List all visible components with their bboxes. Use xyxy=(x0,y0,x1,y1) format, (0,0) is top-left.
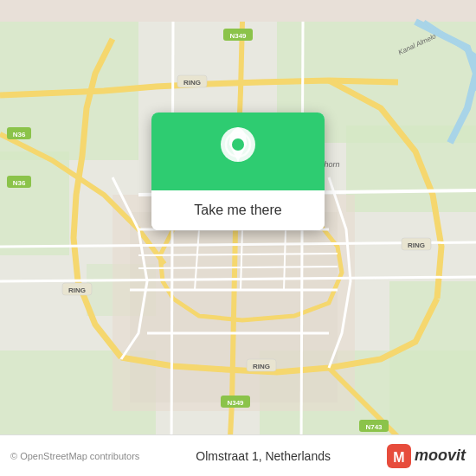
popup-card: Take me there xyxy=(151,113,325,230)
map-container: RING RING RING RING N36 N36 N349 N349 N7… xyxy=(0,0,476,476)
svg-point-34 xyxy=(232,138,244,151)
take-me-there-button[interactable]: Take me there xyxy=(151,190,325,230)
bottom-bar: © OpenStreetMap contributors Olmstraat 1… xyxy=(0,434,476,476)
bottom-bar-left: © OpenStreetMap contributors xyxy=(10,451,139,461)
svg-text:N349: N349 xyxy=(229,32,247,40)
svg-text:RING: RING xyxy=(183,79,201,87)
svg-text:N36: N36 xyxy=(13,179,26,187)
svg-text:N743: N743 xyxy=(365,423,383,431)
moovit-icon: M xyxy=(387,444,411,468)
svg-text:RING: RING xyxy=(253,363,270,370)
moovit-text: moovit xyxy=(415,447,466,465)
location-label: Olmstraat 1, Netherlands xyxy=(196,449,331,463)
svg-text:RING: RING xyxy=(408,241,425,249)
svg-text:N349: N349 xyxy=(227,399,244,407)
svg-rect-4 xyxy=(346,125,476,212)
moovit-logo: M moovit xyxy=(387,444,466,468)
osm-credit: © OpenStreetMap contributors xyxy=(10,451,139,461)
svg-text:RING: RING xyxy=(68,286,86,294)
location-pin-icon xyxy=(216,125,260,177)
popup-map-icon xyxy=(151,113,325,190)
svg-text:M: M xyxy=(393,450,404,465)
svg-text:N36: N36 xyxy=(13,131,26,138)
map-svg: RING RING RING RING N36 N36 N349 N349 N7… xyxy=(0,0,476,476)
